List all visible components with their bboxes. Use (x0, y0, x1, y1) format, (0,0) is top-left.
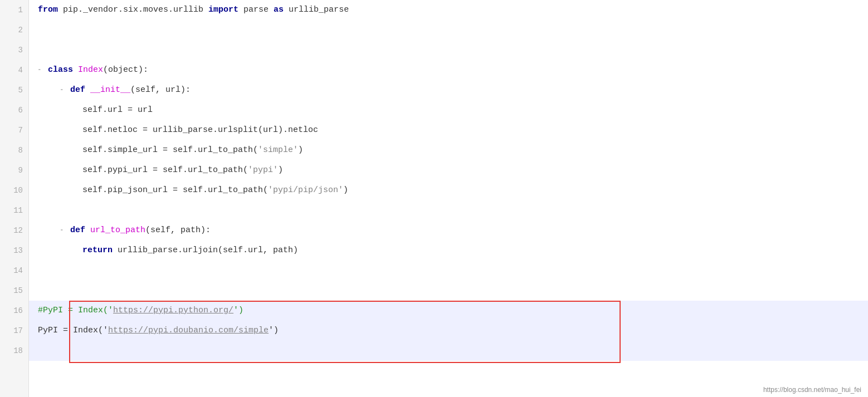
ln-11: 11 (0, 200, 28, 220)
code-line-12: ⁃def url_to_path(self, path): (29, 220, 868, 241)
code-line-4: ⁃class Index(object): (29, 60, 868, 80)
code-line-16: #PyPI = Index('https://pypi.python.org/'… (29, 301, 868, 321)
ln-12: 12 (0, 220, 28, 241)
collapse-icon-4[interactable]: ⁃ (38, 60, 46, 80)
code-line-9: self.pypi_url = self.url_to_path('pypi') (29, 160, 868, 180)
code-container: 1 2 3 4 5 6 7 8 9 10 11 12 13 14 15 16 1… (0, 0, 868, 397)
collapse-icon-5[interactable]: ⁃ (60, 80, 68, 100)
ln-1: 1 (0, 0, 28, 20)
code-line-1: from pip._vendor.six.moves.urllib import… (29, 0, 868, 20)
code-line-18 (29, 341, 868, 361)
ln-9: 9 (0, 160, 28, 180)
ln-18: 18 (0, 341, 28, 361)
ln-7: 7 (0, 120, 28, 140)
code-line-11 (29, 200, 868, 220)
line-numbers: 1 2 3 4 5 6 7 8 9 10 11 12 13 14 15 16 1… (0, 0, 29, 397)
code-line-3 (29, 40, 868, 60)
code-line-13: return urllib_parse.urljoin(self.url, pa… (29, 241, 868, 261)
ln-14: 14 (0, 261, 28, 281)
ln-6: 6 (0, 100, 28, 120)
code-area: from pip._vendor.six.moves.urllib import… (29, 0, 868, 397)
code-line-14 (29, 261, 868, 281)
ln-16: 16 (0, 301, 28, 321)
ln-5: 5 (0, 80, 28, 100)
collapse-icon-12[interactable]: ⁃ (60, 220, 68, 241)
ln-13: 13 (0, 241, 28, 261)
ln-10: 10 (0, 180, 28, 200)
code-line-10: self.pip_json_url = self.url_to_path('py… (29, 180, 868, 200)
code-line-15 (29, 281, 868, 301)
ln-3: 3 (0, 40, 28, 60)
code-line-6: self.url = url (29, 100, 868, 120)
ln-2: 2 (0, 20, 28, 40)
code-line-2 (29, 20, 868, 40)
code-line-17: PyPI = Index('https://pypi.doubanio.com/… (29, 321, 868, 341)
ln-15: 15 (0, 281, 28, 301)
code-line-7: self.netloc = urllib_parse.urlsplit(url)… (29, 120, 868, 140)
ln-4: 4 (0, 60, 28, 80)
ln-8: 8 (0, 140, 28, 160)
ln-17: 17 (0, 321, 28, 341)
url-bar: https://blog.csdn.net/mao_hui_fei (763, 386, 861, 394)
code-line-5: ⁃def __init__(self, url): (29, 80, 868, 100)
code-line-8: self.simple_url = self.url_to_path('simp… (29, 140, 868, 160)
